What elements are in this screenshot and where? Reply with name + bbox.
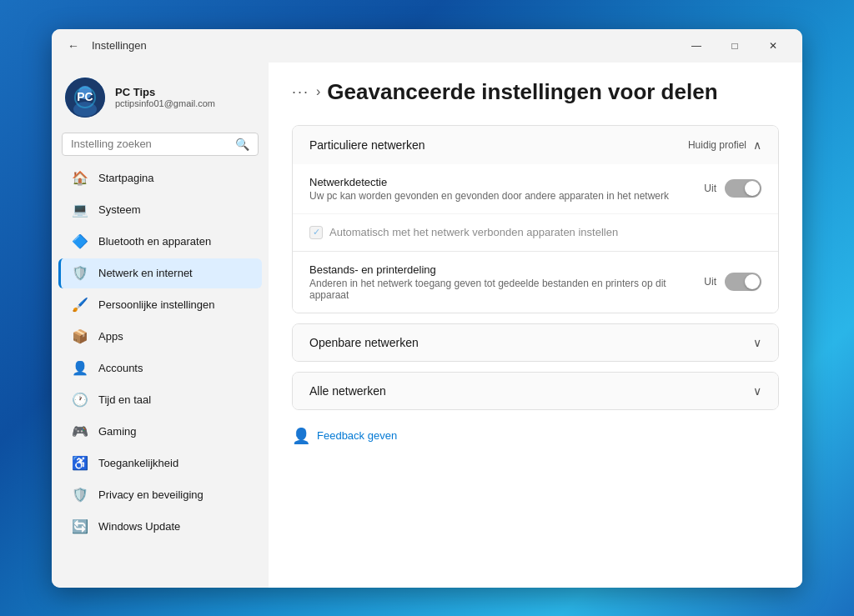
toggle-network-detection[interactable]: [725, 179, 761, 198]
chevron-private: ∧: [753, 138, 761, 152]
sidebar: PC PC Tips pctipsinfo01@gmail.com 🔍 🏠 St…: [52, 63, 269, 588]
page-header: ··· › Geavanceerde instellingen voor del…: [292, 79, 779, 105]
nav-item-privacy[interactable]: 🛡️ Privacy en beveiliging: [58, 480, 262, 510]
nav-label-gaming: Gaming: [98, 425, 137, 438]
nav-item-apps[interactable]: 📦 Apps: [58, 322, 262, 352]
nav-item-update[interactable]: 🔄 Windows Update: [58, 512, 262, 542]
setting-row-file-sharing: Bestands- en printerdeling Anderen in he…: [293, 251, 778, 313]
gaming-icon: 🎮: [72, 423, 88, 440]
breadcrumb-dots: ···: [292, 83, 309, 101]
user-email: pctipsinfo01@gmail.com: [115, 98, 215, 108]
main-content: ··· › Geavanceerde instellingen voor del…: [269, 63, 802, 588]
section-subtitle-private: Huidig profiel: [688, 139, 746, 151]
user-profile: PC PC Tips pctipsinfo01@gmail.com: [52, 69, 269, 126]
accounts-icon: 👤: [72, 360, 88, 377]
section-private: Particuliere netwerken Huidig profiel ∧ …: [292, 125, 779, 313]
nav-label-system: Systeem: [98, 203, 141, 216]
feedback-icon: 👤: [292, 427, 310, 445]
update-icon: 🔄: [72, 518, 88, 535]
accessibility-icon: ♿: [72, 455, 88, 472]
section-title-private: Particuliere netwerken: [309, 138, 425, 153]
apps-icon: 📦: [72, 328, 88, 345]
nav-item-accessibility[interactable]: ♿ Toegankelijkheid: [58, 448, 262, 478]
avatar: PC: [65, 78, 105, 118]
bluetooth-icon: 🔷: [72, 233, 88, 250]
back-button[interactable]: ←: [62, 34, 85, 58]
personalization-icon: 🖌️: [72, 297, 88, 313]
window-controls: — □ ✕: [677, 33, 792, 59]
nav-item-time[interactable]: 🕐 Tijd en taal: [58, 385, 262, 415]
nav-label-time: Tijd en taal: [98, 393, 151, 406]
setting-name-file-sharing: Bestands- en printerdeling: [309, 263, 704, 276]
window-title: Instellingen: [92, 39, 677, 52]
checkbox-auto-setup: ✓: [309, 226, 323, 239]
toggle-knob-file-sharing: [745, 274, 760, 289]
settings-window: ← Instellingen — □ ✕ PC: [52, 29, 802, 588]
maximize-button[interactable]: □: [716, 33, 754, 59]
section-header-all[interactable]: Alle netwerken ∨: [293, 373, 778, 409]
system-icon: 💻: [72, 202, 88, 218]
section-header-public[interactable]: Openbare netwerken ∨: [293, 324, 778, 361]
home-icon: 🏠: [72, 170, 88, 187]
svg-text:PC: PC: [77, 90, 93, 103]
setting-name-network-detection: Netwerkdetectie: [309, 176, 704, 188]
nav-label-personalization: Persoonlijke instellingen: [98, 298, 214, 311]
nav-label-home: Startpagina: [98, 172, 154, 184]
setting-desc-file-sharing: Anderen in het netwerk toegang geven tot…: [309, 278, 704, 301]
page-title: Geavanceerde instellingen voor delen: [327, 79, 717, 105]
section-all: Alle netwerken ∨: [292, 372, 779, 410]
feedback-link[interactable]: 👤 Feedback geven: [292, 423, 779, 448]
nav-label-apps: Apps: [98, 330, 123, 343]
nav-label-bluetooth: Bluetooth en apparaten: [98, 235, 211, 248]
nav-label-privacy: Privacy en beveiliging: [98, 488, 203, 501]
toggle-file-sharing[interactable]: [725, 273, 761, 291]
search-box[interactable]: 🔍: [62, 133, 259, 156]
close-button[interactable]: ✕: [754, 33, 792, 59]
user-name: PC Tips: [115, 86, 215, 98]
privacy-icon: 🛡️: [72, 487, 88, 503]
search-icon: 🔍: [235, 138, 249, 151]
content-area: PC PC Tips pctipsinfo01@gmail.com 🔍 🏠 St…: [52, 63, 802, 588]
nav-item-personalization[interactable]: 🖌️ Persoonlijke instellingen: [58, 290, 262, 320]
setting-row-network-detection: Netwerkdetectie Uw pc kan worden gevonde…: [293, 164, 778, 213]
network-icon: 🛡️: [72, 265, 88, 282]
nav-item-system[interactable]: 💻 Systeem: [58, 195, 262, 225]
toggle-knob: [745, 181, 760, 196]
search-input[interactable]: [71, 138, 235, 150]
nav-label-accounts: Accounts: [98, 362, 143, 374]
breadcrumb-arrow: ›: [316, 84, 320, 99]
nav-item-gaming[interactable]: 🎮 Gaming: [58, 417, 262, 447]
feedback-text: Feedback geven: [317, 429, 397, 442]
chevron-all: ∨: [753, 384, 761, 398]
toggle-label-file-sharing: Uit: [704, 276, 716, 288]
title-bar: ← Instellingen — □ ✕: [52, 29, 802, 63]
setting-row-auto-setup: ✓ Automatisch met het netwerk verbonden …: [293, 213, 778, 251]
section-public: Openbare netwerken ∨: [292, 323, 779, 362]
section-title-all: Alle netwerken: [309, 384, 386, 398]
setting-name-auto-setup: Automatisch met het netwerk verbonden ap…: [329, 226, 618, 238]
section-header-private[interactable]: Particuliere netwerken Huidig profiel ∧: [293, 126, 778, 164]
setting-desc-network-detection: Uw pc kan worden gevonden en gevonden do…: [309, 190, 704, 202]
section-title-public: Openbare netwerken: [309, 336, 419, 349]
nav-item-accounts[interactable]: 👤 Accounts: [58, 353, 262, 383]
nav-label-update: Windows Update: [98, 520, 180, 533]
nav-item-bluetooth[interactable]: 🔷 Bluetooth en apparaten: [58, 227, 262, 257]
minimize-button[interactable]: —: [677, 33, 716, 59]
nav-item-home[interactable]: 🏠 Startpagina: [58, 163, 262, 193]
nav-item-network[interactable]: 🛡️ Netwerk en internet: [58, 258, 262, 288]
nav-label-accessibility: Toegankelijkheid: [98, 457, 178, 469]
time-icon: 🕐: [72, 392, 88, 408]
user-info: PC Tips pctipsinfo01@gmail.com: [115, 86, 215, 108]
nav-label-network: Netwerk en internet: [98, 267, 193, 279]
section-body-private: Netwerkdetectie Uw pc kan worden gevonde…: [293, 164, 778, 313]
toggle-label-network-detection: Uit: [704, 183, 716, 194]
chevron-public: ∨: [753, 336, 761, 349]
